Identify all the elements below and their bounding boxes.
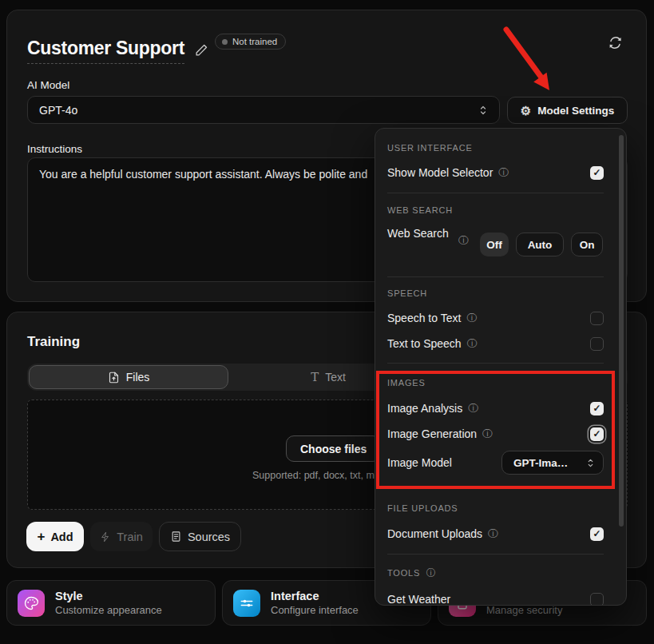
card-title: Interface: [271, 590, 359, 603]
ai-model-label: AI Model: [27, 79, 69, 91]
image-model-label: Image Model: [387, 456, 452, 469]
model-settings-popover: USER INTERFACE Show Model Selectorⓘ ✓ WE…: [375, 128, 627, 606]
text-to-speech-checkbox[interactable]: [590, 337, 604, 351]
image-generation-row: Image Generationⓘ ✓: [387, 425, 604, 443]
get-weather-label: Get Weather: [387, 593, 450, 606]
lightning-icon: [100, 531, 111, 543]
sources-button[interactable]: Sources: [159, 522, 241, 551]
add-button[interactable]: + Add: [26, 522, 84, 551]
section-header-user-interface: USER INTERFACE: [387, 143, 473, 153]
train-button[interactable]: Train: [90, 522, 153, 551]
instructions-label: Instructions: [27, 143, 82, 155]
style-card-text: Style Customize appearance: [55, 590, 162, 616]
status-dot-icon: [222, 39, 228, 45]
web-search-label: Web Search: [387, 225, 449, 242]
document-uploads-checkbox[interactable]: ✓: [590, 527, 604, 541]
web-search-off-button[interactable]: Off: [480, 233, 509, 256]
show-model-selector-checkbox[interactable]: ✓: [590, 166, 604, 180]
info-icon[interactable]: ⓘ: [498, 168, 509, 178]
choose-files-label: Choose files: [300, 443, 367, 455]
section-header-file-uploads: FILE UPLOADS: [387, 503, 458, 513]
info-icon[interactable]: ⓘ: [458, 236, 469, 246]
refresh-icon[interactable]: [608, 35, 623, 50]
status-badge: Not trained: [215, 34, 286, 50]
edit-title-icon[interactable]: [195, 43, 208, 57]
image-model-value: GPT-Ima…: [513, 457, 568, 469]
gear-icon: ⚙: [521, 105, 531, 117]
chevron-up-down-icon: [478, 104, 488, 117]
section-header-web-search: WEB SEARCH: [387, 205, 453, 215]
get-weather-checkbox[interactable]: [590, 593, 604, 606]
ai-model-select[interactable]: GPT-4o: [27, 96, 500, 124]
image-analysis-checkbox[interactable]: ✓: [590, 402, 604, 415]
document-uploads-row: Document Uploadsⓘ ✓: [387, 525, 604, 543]
chevron-up-down-icon: [586, 457, 595, 469]
style-card[interactable]: Style Customize appearance: [6, 580, 216, 626]
info-icon[interactable]: ⓘ: [482, 429, 493, 439]
divider: [387, 363, 604, 364]
section-header-tools: TOOLS ⓘ: [387, 568, 437, 578]
show-model-selector-row: Show Model Selectorⓘ ✓: [387, 164, 604, 181]
image-model-select[interactable]: GPT-Ima…: [501, 451, 604, 475]
show-model-selector-label: Show Model Selector: [387, 166, 493, 179]
info-icon[interactable]: ⓘ: [426, 567, 437, 578]
interface-card-text: Interface Configure interface: [271, 590, 359, 616]
status-badge-label: Not trained: [232, 37, 277, 46]
divider: [387, 276, 604, 277]
text-to-speech-label: Text to Speech: [387, 337, 462, 350]
page-title[interactable]: Customer Support: [27, 38, 184, 64]
training-actions: + Add Train Sources: [26, 522, 241, 551]
check-icon: ✓: [593, 429, 600, 439]
training-title: Training: [27, 334, 80, 350]
model-settings-button[interactable]: ⚙ Model Settings: [507, 97, 628, 124]
check-icon: ✓: [593, 403, 600, 413]
model-settings-label: Model Settings: [537, 105, 614, 117]
card-subtitle: Manage security: [486, 604, 562, 616]
image-analysis-label: Image Analysis: [387, 402, 462, 415]
speech-to-text-label: Speech to Text: [387, 312, 461, 324]
image-generation-label: Image Generation: [387, 427, 477, 440]
document-list-icon: [170, 531, 182, 543]
tab-files-label: Files: [126, 371, 150, 384]
section-header-images: IMAGES: [387, 378, 426, 388]
document-uploads-label: Document Uploads: [387, 527, 482, 540]
image-analysis-row: Image Analysisⓘ ✓: [387, 400, 604, 417]
palette-icon: [18, 590, 45, 617]
get-weather-row: Get Weather: [387, 590, 604, 606]
info-icon[interactable]: ⓘ: [467, 339, 478, 349]
card-subtitle: Customize appearance: [55, 604, 162, 616]
choose-files-button[interactable]: Choose files: [286, 435, 381, 462]
section-header-speech: SPEECH: [387, 288, 427, 298]
text-type-icon: T: [311, 370, 319, 384]
info-icon[interactable]: ⓘ: [466, 313, 477, 324]
plus-icon: +: [37, 530, 45, 543]
tab-text-label: Text: [325, 371, 346, 384]
sources-button-label: Sources: [188, 531, 230, 543]
image-generation-checkbox[interactable]: ✓: [590, 427, 604, 441]
check-icon: ✓: [593, 168, 600, 177]
info-icon[interactable]: ⓘ: [488, 529, 498, 539]
train-button-label: Train: [117, 531, 143, 543]
tab-files[interactable]: Files: [29, 365, 228, 389]
web-search-on-button[interactable]: On: [571, 233, 603, 256]
card-title: Style: [55, 590, 162, 603]
add-button-label: Add: [50, 531, 73, 543]
text-to-speech-row: Text to Speechⓘ: [387, 335, 604, 352]
divider: [387, 554, 604, 555]
card-subtitle: Configure interface: [271, 604, 359, 616]
sliders-icon: [233, 590, 260, 617]
info-icon[interactable]: ⓘ: [468, 403, 478, 414]
check-icon: ✓: [593, 529, 600, 539]
supported-formats-note: Supported: pdf, docx, txt, md, c: [252, 470, 390, 481]
web-search-auto-button[interactable]: Auto: [516, 233, 564, 256]
speech-to-text-row: Speech to Textⓘ: [387, 309, 604, 327]
web-search-segmented-control: Off Auto On: [480, 233, 603, 256]
popover-scrollbar[interactable]: [619, 135, 624, 527]
app-background: { "colors": { "annotation_red": "#e8241b…: [0, 0, 654, 644]
speech-to-text-checkbox[interactable]: [590, 312, 604, 325]
divider: [387, 193, 604, 193]
ai-model-value: GPT-4o: [39, 104, 77, 117]
file-icon: [108, 372, 120, 384]
